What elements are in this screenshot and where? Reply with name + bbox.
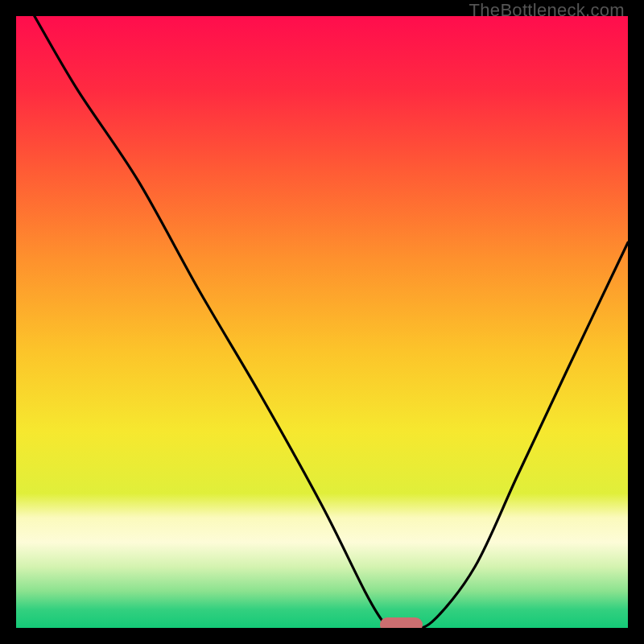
optimal-marker [380,617,423,628]
chart-frame: TheBottleneck.com [0,0,644,644]
watermark-text: TheBottleneck.com [469,0,625,21]
bottleneck-curve [16,16,628,628]
plot-area [16,16,628,628]
